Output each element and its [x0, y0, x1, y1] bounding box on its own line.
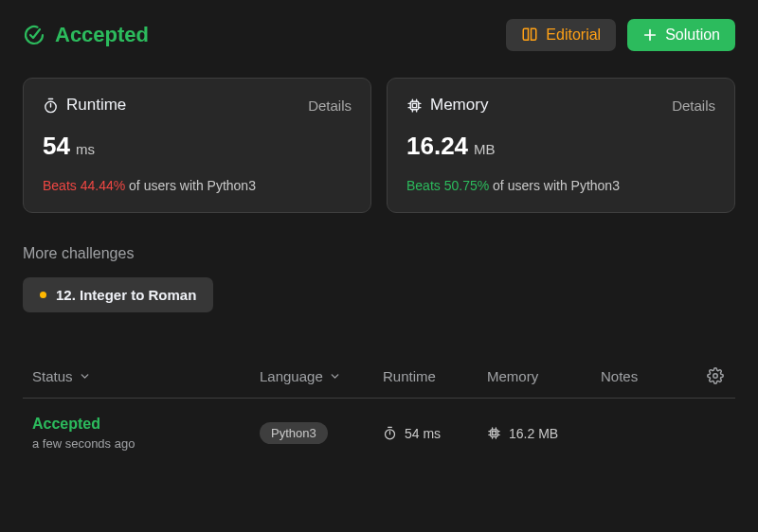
- runtime-card: Runtime Details 54 ms Beats 44.44% of us…: [23, 78, 371, 213]
- row-memory-cell: 16.2 MB: [487, 426, 601, 441]
- book-icon: [521, 27, 538, 44]
- memory-details-link[interactable]: Details: [672, 98, 715, 114]
- challenge-label: 12. Integer to Roman: [56, 287, 196, 303]
- svg-rect-6: [493, 432, 496, 435]
- runtime-title: Runtime: [66, 96, 126, 115]
- language-pill: Python3: [260, 422, 328, 444]
- chip-icon: [406, 98, 423, 114]
- column-memory[interactable]: Memory: [487, 368, 601, 384]
- memory-unit: MB: [474, 141, 496, 157]
- runtime-unit: ms: [76, 141, 95, 157]
- status-label: Accepted: [55, 23, 149, 47]
- solution-button[interactable]: Solution: [627, 19, 735, 51]
- gear-icon[interactable]: [707, 367, 724, 384]
- stopwatch-icon: [383, 426, 397, 440]
- svg-rect-2: [412, 103, 416, 107]
- table-row[interactable]: Accepted a few seconds ago Python3 54 ms…: [23, 399, 735, 464]
- chevron-down-icon: [79, 370, 91, 382]
- chevron-down-icon: [329, 370, 341, 382]
- runtime-beats-text: Beats 44.44% of users with Python3: [43, 178, 352, 193]
- status-heading: Accepted: [23, 23, 149, 47]
- solution-label: Solution: [665, 27, 720, 44]
- challenge-item[interactable]: 12. Integer to Roman: [23, 277, 213, 312]
- memory-title: Memory: [430, 96, 488, 115]
- stopwatch-icon: [43, 98, 59, 114]
- row-status-label: Accepted: [32, 416, 260, 433]
- editorial-label: Editorial: [546, 27, 601, 44]
- column-notes[interactable]: Notes: [601, 368, 695, 384]
- column-language[interactable]: Language: [260, 368, 383, 384]
- plus-icon: [642, 27, 658, 43]
- row-runtime-cell: 54 ms: [383, 426, 487, 441]
- check-circle-icon: [23, 24, 45, 46]
- memory-card: Memory Details 16.24 MB Beats 50.75% of …: [387, 78, 735, 213]
- memory-value: 16.24: [406, 132, 468, 161]
- column-status[interactable]: Status: [32, 368, 260, 384]
- memory-beats-text: Beats 50.75% of users with Python3: [406, 178, 715, 193]
- more-challenges-title: More challenges: [23, 245, 735, 262]
- difficulty-dot-icon: [40, 292, 46, 298]
- chip-icon: [487, 426, 501, 440]
- editorial-button[interactable]: Editorial: [506, 19, 616, 51]
- submissions-table-header: Status Language Runtime Memory Notes: [23, 354, 735, 399]
- runtime-details-link[interactable]: Details: [308, 98, 352, 114]
- row-timestamp: a few seconds ago: [32, 436, 260, 451]
- svg-rect-5: [491, 430, 498, 437]
- svg-point-3: [713, 374, 718, 379]
- svg-rect-1: [410, 101, 419, 110]
- runtime-value: 54: [43, 132, 70, 161]
- column-runtime[interactable]: Runtime: [383, 368, 487, 384]
